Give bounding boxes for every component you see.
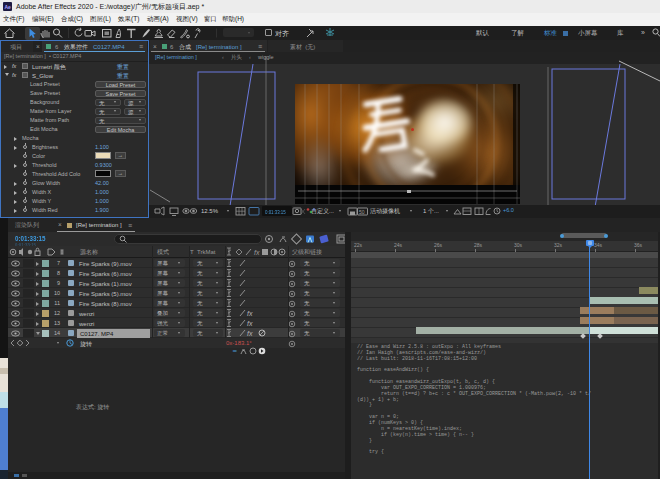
svg-text:fx: fx xyxy=(247,310,253,317)
svg-text:fx: fx xyxy=(247,320,253,327)
svg-text:fx: fx xyxy=(254,249,260,256)
svg-text:50: 50 xyxy=(359,209,365,215)
svg-text:fx: fx xyxy=(247,330,253,337)
svg-text:=: = xyxy=(232,347,237,356)
